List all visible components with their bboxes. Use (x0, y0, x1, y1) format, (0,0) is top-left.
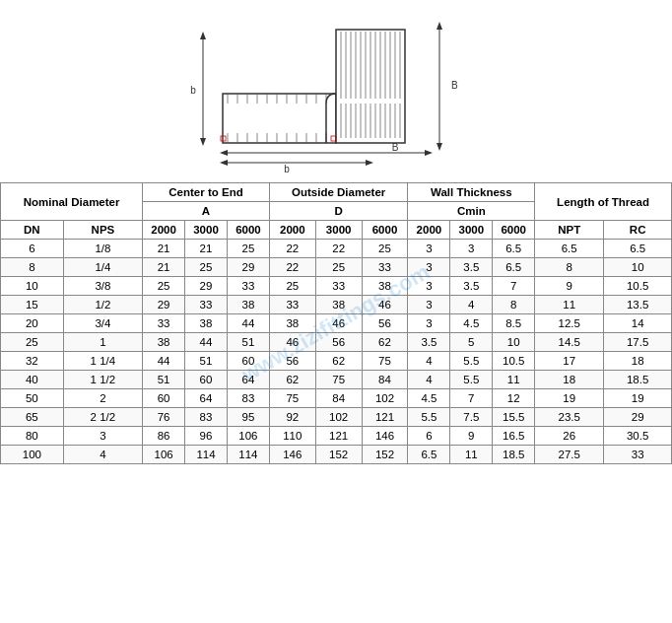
header-nominal-diameter: Nominal Diameter (1, 183, 143, 221)
table-cell: 75 (269, 389, 315, 408)
table-cell: 25 (362, 240, 408, 258)
svg-marker-6 (425, 150, 433, 156)
table-cell: 1 1/2 (63, 371, 143, 389)
table-cell: 6 (408, 427, 450, 446)
table-cell: 14.5 (535, 333, 604, 352)
table-cell: 5 (450, 333, 493, 352)
table-cell: 38 (315, 296, 362, 314)
table-cell: 4 (408, 352, 450, 371)
table-cell: 62 (269, 371, 315, 389)
table-cell: 6 (1, 240, 64, 258)
table-cell: 18 (535, 371, 604, 389)
table-cell: 64 (185, 389, 228, 408)
table-cell: 13.5 (604, 296, 672, 314)
table-cell: 12.5 (535, 314, 604, 333)
table-cell: 3 (408, 277, 450, 296)
table-cell: 3/4 (63, 314, 143, 333)
table-cell: 4 (408, 371, 450, 389)
table-cell: 92 (269, 408, 315, 427)
table-cell: 8 (493, 296, 535, 314)
table-cell: 2 1/2 (63, 408, 143, 427)
svg-rect-12 (223, 94, 336, 143)
table-cell: 4.5 (450, 314, 493, 333)
table-cell: 51 (227, 333, 269, 352)
table-cell: 152 (362, 446, 408, 464)
table-row: 50260648375841024.57121919 (1, 389, 672, 408)
table-cell: 4 (450, 296, 493, 314)
table-cell: 5.5 (408, 408, 450, 427)
table-cell: 75 (362, 352, 408, 371)
table-row: 203/433384438465634.58.512.514 (1, 314, 672, 333)
header-3000b: 3000 (315, 221, 362, 240)
table-cell: 4.5 (408, 389, 450, 408)
table-cell: 1 (63, 333, 143, 352)
header-center-to-end: Center to End (143, 183, 270, 202)
table-cell: 3.5 (408, 333, 450, 352)
table-row: 151/22933383338463481113.5 (1, 296, 672, 314)
header-3000c: 3000 (450, 221, 493, 240)
table-cell: 38 (362, 277, 408, 296)
table-cell: 38 (269, 314, 315, 333)
table-cell: 33 (185, 296, 228, 314)
svg-marker-5 (220, 150, 228, 156)
table-cell: 3 (450, 240, 493, 258)
table-cell: 6.5 (408, 446, 450, 464)
table-cell: 7 (493, 277, 535, 296)
table-cell: 152 (315, 446, 362, 464)
header-length-of-thread: Length of Thread (535, 183, 672, 221)
table-cell: 18 (604, 352, 672, 371)
table-cell: 21 (143, 240, 185, 258)
table-cell: 102 (315, 408, 362, 427)
table-cell: 83 (185, 408, 228, 427)
table-cell: 11 (450, 446, 493, 464)
diagram-area: b B b (0, 0, 672, 182)
table-cell: 12 (493, 389, 535, 408)
table-cell: 25 (1, 333, 64, 352)
table-row: 61/8212125222225336.56.56.5 (1, 240, 672, 258)
table-cell: 33 (269, 296, 315, 314)
fitting-diagram: b B b (168, 10, 504, 177)
table-cell: 29 (604, 408, 672, 427)
table-cell: 18.5 (604, 371, 672, 389)
table-cell: 65 (1, 408, 64, 427)
table-cell: 7 (450, 389, 493, 408)
svg-marker-10 (200, 138, 206, 146)
table-cell: 1/8 (63, 240, 143, 258)
table-cell: 3.5 (450, 277, 493, 296)
table-cell: 25 (227, 240, 269, 258)
specs-table-container: www.zizifittings.com Nominal Diameter Ce… (0, 182, 672, 464)
header-d: D (269, 202, 408, 221)
header-cmin: Cmin (408, 202, 535, 221)
header-nps: NPS (63, 221, 143, 240)
table-cell: 121 (362, 408, 408, 427)
table-cell: 3 (408, 240, 450, 258)
header-6000c: 6000 (493, 221, 535, 240)
table-cell: 3 (408, 314, 450, 333)
table-cell: 29 (227, 258, 269, 277)
svg-marker-2 (366, 160, 373, 166)
table-cell: 51 (143, 371, 185, 389)
table-cell: 6.5 (493, 258, 535, 277)
table-cell: 7.5 (450, 408, 493, 427)
table-cell: 21 (185, 240, 228, 258)
table-cell: 32 (1, 352, 64, 371)
table-cell: 26 (535, 427, 604, 446)
table-cell: 17.5 (604, 333, 672, 352)
header-rc: RC (604, 221, 672, 240)
svg-marker-64 (437, 143, 442, 151)
header-6000b: 6000 (362, 221, 408, 240)
table-cell: 44 (227, 314, 269, 333)
table-cell: 84 (315, 389, 362, 408)
table-cell: 46 (269, 333, 315, 352)
table-row: 10041061141141461521526.51118.527.533 (1, 446, 672, 464)
table-cell: 8.5 (493, 314, 535, 333)
svg-marker-1 (220, 160, 228, 166)
table-cell: 17 (535, 352, 604, 371)
table-cell: 16.5 (493, 427, 535, 446)
svg-text:B: B (451, 80, 458, 91)
table-cell: 1/2 (63, 296, 143, 314)
table-cell: 38 (143, 333, 185, 352)
table-cell: 20 (1, 314, 64, 333)
table-cell: 2 (63, 389, 143, 408)
table-cell: 33 (227, 277, 269, 296)
